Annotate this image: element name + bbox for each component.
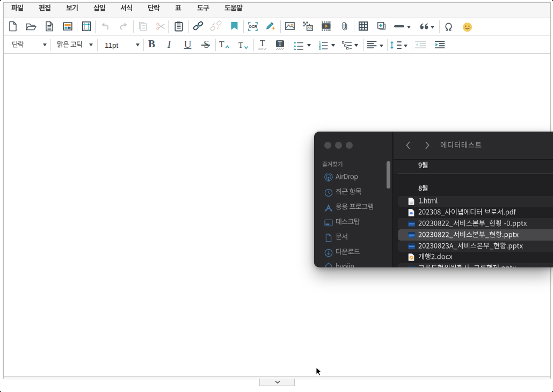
svg-text:OCR: OCR xyxy=(249,24,257,29)
svg-text:3: 3 xyxy=(319,47,321,50)
